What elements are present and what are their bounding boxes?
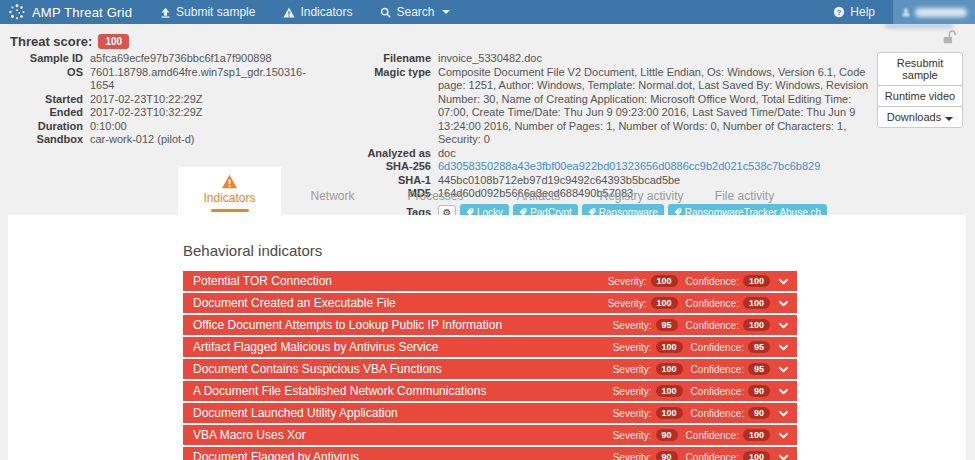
warning-icon xyxy=(283,7,295,18)
severity-label: Severity: xyxy=(613,386,652,397)
indicator-row[interactable]: Office Document Attempts to Lookup Publi… xyxy=(183,315,797,335)
tab-artifacts[interactable]: Artifacts xyxy=(487,167,590,215)
top-navbar: AMP Threat Grid Submit sample Indicators xyxy=(0,0,975,24)
confidence-badge: 100 xyxy=(743,319,770,331)
severity-badge: 100 xyxy=(656,363,683,375)
confidence-badge: 95 xyxy=(748,363,770,375)
started-label: Started xyxy=(0,93,90,107)
indicator-row[interactable]: Document Flagged by Antivirus Severity: … xyxy=(183,447,797,460)
user-icon xyxy=(901,7,911,17)
caret-down-icon xyxy=(945,117,953,121)
chevron-down-icon[interactable] xyxy=(778,343,789,352)
indicator-title: Document Created an Executable File xyxy=(193,296,608,310)
confidence-badge: 90 xyxy=(748,407,770,419)
behavioral-indicators-heading: Behavioral indicators xyxy=(183,215,797,259)
chevron-down-icon[interactable] xyxy=(778,321,789,330)
nav-label-search: Search xyxy=(396,5,434,19)
indicator-scores: Severity: 90 Confidence: 100 xyxy=(613,451,789,460)
chevron-down-icon[interactable] xyxy=(778,431,789,440)
behavioral-indicators-list: Potential TOR Connection Severity: 100 C… xyxy=(183,271,797,460)
user-menu[interactable] xyxy=(893,0,975,24)
nav-item-submit-sample[interactable]: Submit sample xyxy=(160,5,255,19)
indicator-row[interactable]: Document Created an Executable File Seve… xyxy=(183,293,797,313)
severity-label: Severity: xyxy=(613,452,652,460)
indicator-row[interactable]: A Document File Established Network Comm… xyxy=(183,381,797,401)
nav-item-indicators[interactable]: Indicators xyxy=(283,5,352,19)
ended-value: 2017-02-23T10:32:29Z xyxy=(90,106,203,120)
duration-row: Duration 0:10:00 xyxy=(0,120,325,134)
tab-registry-activity[interactable]: Registry activity xyxy=(590,167,693,215)
indicator-title: Office Document Attempts to Lookup Publi… xyxy=(193,318,613,332)
severity-label: Severity: xyxy=(613,342,652,353)
chevron-down-icon[interactable] xyxy=(778,277,789,286)
svg-text:?: ? xyxy=(837,8,842,17)
chevron-down-icon[interactable] xyxy=(778,299,789,308)
nav-item-search[interactable]: Search xyxy=(380,5,449,19)
threat-score-label: Threat score: xyxy=(10,34,92,49)
chevron-down-icon[interactable] xyxy=(778,365,789,374)
ended-label: Ended xyxy=(0,106,90,120)
unlocked-icon[interactable] xyxy=(941,29,957,45)
search-icon xyxy=(380,7,391,18)
brand-title: AMP Threat Grid xyxy=(32,5,132,20)
user-menu-smudge xyxy=(885,24,953,28)
indicator-title: VBA Macro Uses Xor xyxy=(193,428,613,442)
indicator-scores: Severity: 100 Confidence: 100 xyxy=(608,297,789,309)
downloads-label: Downloads xyxy=(887,111,941,123)
sample-id-row: Sample ID a5fca69ecfe97b736bbc6f1a7f9008… xyxy=(0,52,325,66)
help-link[interactable]: ? Help xyxy=(833,5,875,19)
chevron-down-icon[interactable] xyxy=(778,409,789,418)
magic-type-value: Composite Document File V2 Document, Lit… xyxy=(438,66,878,147)
confidence-label: Confidence: xyxy=(686,276,739,287)
severity-label: Severity: xyxy=(608,276,647,287)
report-tabs: Indicators Network Processes Artifacts R… xyxy=(178,167,796,215)
severity-label: Severity: xyxy=(613,364,652,375)
runtime-video-button[interactable]: Runtime video xyxy=(877,85,963,107)
severity-label: Severity: xyxy=(608,298,647,309)
indicator-row[interactable]: Artifact Flagged Malicious by Antivirus … xyxy=(183,337,797,357)
confidence-label: Confidence: xyxy=(686,430,739,441)
brand-home-link[interactable]: AMP Threat Grid xyxy=(8,3,132,21)
severity-label: Severity: xyxy=(613,408,652,419)
tab-indicators[interactable]: Indicators xyxy=(178,167,281,215)
tab-file-activity[interactable]: File activity xyxy=(693,167,796,215)
chevron-down-icon[interactable] xyxy=(778,387,789,396)
threat-score-row: Threat score: 100 xyxy=(10,34,129,49)
indicator-row[interactable]: Potential TOR Connection Severity: 100 C… xyxy=(183,271,797,291)
tab-processes[interactable]: Processes xyxy=(384,167,487,215)
severity-label: Severity: xyxy=(613,320,652,331)
nav-label-submit-sample: Submit sample xyxy=(176,5,255,19)
started-value: 2017-02-23T10:22:29Z xyxy=(90,93,203,107)
help-icon: ? xyxy=(833,6,845,18)
indicator-row[interactable]: Document Launched Utility Application Se… xyxy=(183,403,797,423)
threat-grid-logo-icon xyxy=(8,3,26,21)
sandbox-label: Sandbox xyxy=(0,133,90,147)
help-label: Help xyxy=(850,5,875,19)
resubmit-sample-button[interactable]: Resubmit sample xyxy=(877,52,963,86)
indicator-title: A Document File Established Network Comm… xyxy=(193,384,613,398)
indicator-row[interactable]: VBA Macro Uses Xor Severity: 90 Confiden… xyxy=(183,425,797,445)
indicator-scores: Severity: 95 Confidence: 100 xyxy=(613,319,789,331)
filename-value: invoice_5330482.doc xyxy=(438,52,878,66)
confidence-badge: 100 xyxy=(743,297,770,309)
confidence-label: Confidence: xyxy=(691,342,744,353)
indicator-title: Document Launched Utility Application xyxy=(193,406,613,420)
severity-badge: 100 xyxy=(656,341,683,353)
confidence-badge: 100 xyxy=(743,429,770,441)
confidence-label: Confidence: xyxy=(686,452,739,460)
tab-label-indicators: Indicators xyxy=(203,191,255,205)
chevron-down-icon[interactable] xyxy=(778,453,789,460)
indicator-row[interactable]: Document Contains Suspicious VBA Functio… xyxy=(183,359,797,379)
downloads-button[interactable]: Downloads xyxy=(877,106,963,128)
indicator-title: Document Contains Suspicious VBA Functio… xyxy=(193,362,613,376)
os-value: 7601.18798.amd64fre.win7sp1_gdr.150316-1… xyxy=(90,66,325,93)
confidence-label: Confidence: xyxy=(691,386,744,397)
ended-row: Ended 2017-02-23T10:32:29Z xyxy=(0,106,325,120)
tab-content-panel: Behavioral indicators Potential TOR Conn… xyxy=(8,215,966,460)
duration-label: Duration xyxy=(0,120,90,134)
started-row: Started 2017-02-23T10:22:29Z xyxy=(0,93,325,107)
tab-network[interactable]: Network xyxy=(281,167,384,215)
upload-icon xyxy=(160,7,171,18)
confidence-badge: 95 xyxy=(748,341,770,353)
tab-label-network: Network xyxy=(310,189,354,203)
